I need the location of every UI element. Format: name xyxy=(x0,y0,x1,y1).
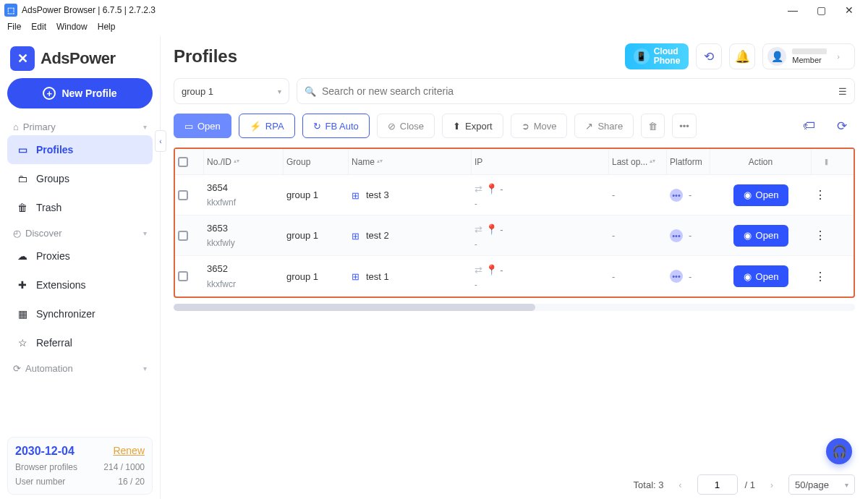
browser-icon: ▭ xyxy=(184,121,193,132)
total-count: Total: 3 xyxy=(634,479,664,490)
home-icon: ⌂ xyxy=(13,121,19,132)
row-more-button[interactable]: ⋮ xyxy=(812,188,841,202)
pagination: Total: 3 ‹ / 1 › 50/page ▾ xyxy=(174,467,855,495)
close-button[interactable]: ⊘ Close xyxy=(377,114,435,138)
row-more-button[interactable]: ⋮ xyxy=(812,270,841,283)
member-label: Member xyxy=(792,56,827,64)
scrollbar-thumb[interactable] xyxy=(174,304,535,311)
row-open-button[interactable]: ◉Open xyxy=(733,184,789,206)
bolt-icon: ⚡ xyxy=(250,121,261,132)
sidebar-item-synchronizer[interactable]: ▦ Synchronizer xyxy=(7,299,153,328)
row-open-button[interactable]: ◉Open xyxy=(733,225,789,247)
transfer-icon: ⇄ xyxy=(475,265,482,276)
share-button[interactable]: ↗ Share xyxy=(574,114,634,138)
menu-edit[interactable]: Edit xyxy=(31,22,46,32)
move-button[interactable]: ➲ Move xyxy=(511,114,568,138)
search-input[interactable] xyxy=(322,85,833,97)
platform-icon: ••• xyxy=(670,229,683,242)
menubar: File Edit Window Help xyxy=(0,20,868,36)
row-checkbox[interactable] xyxy=(178,271,188,281)
trash-icon: 🗑 xyxy=(648,121,658,132)
refresh-button[interactable]: ⟲ xyxy=(696,43,722,69)
sort-icon[interactable]: ▴▾ xyxy=(650,159,655,163)
page-size-select[interactable]: 50/page ▾ xyxy=(788,474,855,495)
chevron-right-icon: › xyxy=(837,52,840,61)
sidebar-item-proxies[interactable]: ☁ Proxies xyxy=(7,242,153,270)
group-select[interactable]: group 1 ▾ xyxy=(174,78,289,104)
section-primary[interactable]: ⌂ Primary ▾ xyxy=(7,116,153,135)
refresh-icon: ⟲ xyxy=(704,49,714,64)
folder-icon: 🗀 xyxy=(16,172,29,185)
toolbar: ▭ Open ⚡ RPA ↻ FB Auto ⊘ Close ⬆ Export … xyxy=(174,113,855,139)
license-card: 2030-12-04 Renew Browser profiles 214 / … xyxy=(7,437,153,495)
close-icon: ⊘ xyxy=(388,121,396,132)
notifications-button[interactable]: 🔔 xyxy=(729,43,755,69)
search-settings-icon[interactable]: ☰ xyxy=(838,86,847,97)
profiles-icon: ▭ xyxy=(16,143,29,156)
columns-icon[interactable]: ⦀ xyxy=(825,157,828,167)
automation-icon: ⟳ xyxy=(13,363,21,374)
transfer-icon: ⇄ xyxy=(475,224,482,235)
row-checkbox[interactable] xyxy=(178,231,188,241)
reload-button[interactable]: ⟳ xyxy=(829,113,855,139)
page-next-button[interactable]: › xyxy=(762,475,781,494)
tag-icon: 🏷 xyxy=(803,119,815,133)
headset-icon: 🎧 xyxy=(832,444,847,459)
cloudphone-button[interactable]: 📱 Cloud Phone xyxy=(625,43,689,69)
support-fab[interactable]: 🎧 xyxy=(826,438,852,464)
sidebar-item-extensions[interactable]: ✚ Extensions xyxy=(7,270,153,299)
window-minimize-icon[interactable]: — xyxy=(788,4,798,16)
sidebar-item-referral[interactable]: ☆ Referral xyxy=(7,328,153,357)
profiles-value: 214 / 1000 xyxy=(103,462,145,472)
horizontal-scrollbar[interactable] xyxy=(174,304,855,311)
cloud-icon: ☁ xyxy=(16,250,29,263)
menu-help[interactable]: Help xyxy=(98,22,116,32)
table-row: 3653kkxfwly group 1 ⊞test 2 ⇄ 📍 -- - •••… xyxy=(175,216,854,256)
group-selected: group 1 xyxy=(182,86,213,97)
open-button[interactable]: ▭ Open xyxy=(174,114,231,138)
username-placeholder xyxy=(792,48,827,54)
page-input[interactable] xyxy=(697,474,738,495)
renew-link[interactable]: Renew xyxy=(113,445,145,456)
rpa-button[interactable]: ⚡ RPA xyxy=(239,114,295,138)
menu-file[interactable]: File xyxy=(7,22,21,32)
search-box[interactable]: 🔍 ☰ xyxy=(297,78,855,104)
windows-icon: ⊞ xyxy=(352,190,362,200)
fbauto-button[interactable]: ↻ FB Auto xyxy=(302,114,370,138)
account-menu[interactable]: 👤 Member › xyxy=(762,43,855,69)
tag-button[interactable]: 🏷 xyxy=(796,113,822,139)
sidebar-item-trash[interactable]: 🗑 Trash xyxy=(7,193,153,222)
menu-window[interactable]: Window xyxy=(56,22,88,32)
profiles-table: No./ID▴▾ Group Name▴▾ IP Last op...▴▾ Pl… xyxy=(174,148,855,298)
platform-icon: ••• xyxy=(670,189,683,202)
sort-icon[interactable]: ▴▾ xyxy=(377,159,383,163)
sort-icon[interactable]: ▴▾ xyxy=(234,159,239,163)
row-more-button[interactable]: ⋮ xyxy=(812,229,841,242)
avatar: 👤 xyxy=(767,47,786,66)
move-icon: ➲ xyxy=(522,121,529,132)
windows-icon: ⊞ xyxy=(352,271,362,281)
page-prev-button[interactable]: ‹ xyxy=(671,475,690,494)
sidebar-item-profiles[interactable]: ▭ Profiles xyxy=(7,135,153,164)
more-button[interactable]: ••• xyxy=(672,114,697,138)
section-discover[interactable]: ◴ Discover ▾ xyxy=(7,222,153,242)
window-maximize-icon[interactable]: ▢ xyxy=(817,4,826,16)
row-open-button[interactable]: ◉Open xyxy=(733,265,789,287)
chevron-down-icon: ▾ xyxy=(143,229,147,237)
sidebar: ‹ ✕ AdsPower + New Profile ⌂ Primary ▾ ▭… xyxy=(0,36,161,499)
new-profile-label: New Profile xyxy=(61,88,116,99)
delete-button[interactable]: 🗑 xyxy=(641,114,665,138)
profiles-label: Browser profiles xyxy=(15,462,77,472)
window-close-icon[interactable]: ✕ xyxy=(845,4,854,16)
table-header: No./ID▴▾ Group Name▴▾ IP Last op...▴▾ Pl… xyxy=(175,149,854,175)
dots-icon: ••• xyxy=(679,121,689,132)
export-button[interactable]: ⬆ Export xyxy=(442,114,503,138)
new-profile-button[interactable]: + New Profile xyxy=(7,78,153,108)
row-checkbox[interactable] xyxy=(178,190,188,200)
select-all-checkbox[interactable] xyxy=(178,157,188,167)
star-icon: ☆ xyxy=(16,336,29,349)
share-icon: ↗ xyxy=(585,121,593,132)
license-date: 2030-12-04 xyxy=(15,445,75,457)
section-automation[interactable]: ⟳ Automation ▾ xyxy=(7,357,153,377)
sidebar-item-groups[interactable]: 🗀 Groups xyxy=(7,164,153,193)
